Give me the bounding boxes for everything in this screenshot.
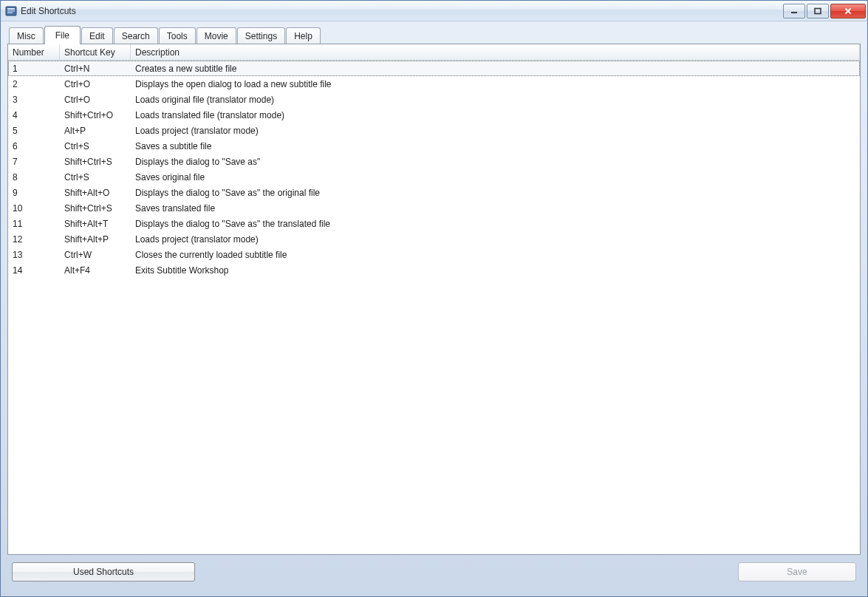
tab-label: Search (122, 31, 150, 41)
cell-shortcut: Alt+F4 (60, 265, 131, 276)
cell-shortcut: Ctrl+O (60, 95, 131, 105)
cell-description: Displays the dialog to "Save as" (131, 157, 860, 167)
tab-search[interactable]: Search (114, 27, 158, 44)
svg-rect-5 (815, 8, 821, 13)
shortcut-list-panel: Number Shortcut Key Description 1Ctrl+NC… (7, 44, 861, 555)
client-area: Misc File Edit Search Tools Movie Settin… (1, 21, 867, 596)
tab-file[interactable]: File (44, 26, 81, 44)
svg-rect-4 (791, 12, 797, 13)
column-header-shortcut[interactable]: Shortcut Key (60, 44, 131, 60)
cell-description: Saves a subtitle file (131, 141, 860, 151)
table-row[interactable]: 14Alt+F4Exits Subtitle Workshop (8, 262, 860, 278)
table-row[interactable]: 12Shift+Alt+PLoads project (translator m… (8, 231, 860, 247)
cell-shortcut: Ctrl+S (60, 141, 131, 151)
cell-number: 4 (8, 110, 60, 120)
cell-shortcut: Shift+Ctrl+S (60, 203, 131, 214)
svg-rect-3 (7, 12, 13, 13)
cell-description: Closes the currently loaded subtitle fil… (131, 250, 860, 260)
tab-label: Help (294, 31, 312, 41)
tab-label: Movie (205, 31, 228, 41)
tab-misc[interactable]: Misc (9, 27, 44, 44)
cell-shortcut: Ctrl+N (60, 64, 131, 74)
tab-tools[interactable]: Tools (159, 27, 196, 44)
button-bar: Used Shortcuts Save (7, 555, 861, 589)
cell-shortcut: Alt+P (60, 126, 131, 136)
minimize-button[interactable] (783, 4, 805, 18)
minimize-icon (790, 7, 799, 15)
tab-label: Edit (89, 31, 105, 41)
table-row[interactable]: 3Ctrl+OLoads original file (translator m… (8, 92, 860, 107)
table-row[interactable]: 8Ctrl+SSaves original file (8, 169, 860, 185)
table-row[interactable]: 4Shift+Ctrl+OLoads translated file (tran… (8, 107, 860, 123)
cell-shortcut: Shift+Alt+P (60, 234, 131, 245)
cell-shortcut: Ctrl+S (60, 172, 131, 182)
column-header-number[interactable]: Number (8, 44, 60, 60)
list-header: Number Shortcut Key Description (8, 44, 860, 61)
column-header-description[interactable]: Description (131, 44, 860, 60)
cell-shortcut: Ctrl+O (60, 79, 131, 89)
cell-number: 11 (8, 219, 60, 229)
cell-description: Loads project (translator mode) (131, 126, 860, 136)
table-row[interactable]: 5Alt+PLoads project (translator mode) (8, 123, 860, 138)
cell-description: Loads project (translator mode) (131, 234, 860, 245)
save-button[interactable]: Save (738, 562, 856, 581)
close-icon (844, 7, 852, 15)
tab-settings[interactable]: Settings (237, 27, 285, 44)
table-row[interactable]: 2Ctrl+ODisplays the open dialog to load … (8, 76, 860, 92)
table-row[interactable]: 10Shift+Ctrl+SSaves translated file (8, 200, 860, 216)
maximize-button[interactable] (807, 4, 829, 18)
cell-shortcut: Ctrl+W (60, 250, 131, 260)
table-row[interactable]: 11Shift+Alt+TDisplays the dialog to "Sav… (8, 216, 860, 231)
maximize-icon (813, 7, 822, 15)
window-title: Edit Shortcuts (21, 6, 76, 16)
tab-label: Tools (167, 31, 188, 41)
tab-label: File (55, 30, 69, 41)
cell-number: 3 (8, 95, 60, 105)
cell-number: 9 (8, 188, 60, 198)
tab-edit[interactable]: Edit (81, 27, 113, 44)
table-row[interactable]: 1Ctrl+NCreates a new subtitle file (8, 61, 860, 76)
cell-number: 7 (8, 157, 60, 167)
table-row[interactable]: 6Ctrl+SSaves a subtitle file (8, 138, 860, 154)
titlebar[interactable]: Edit Shortcuts (1, 1, 867, 21)
table-row[interactable]: 13Ctrl+WCloses the currently loaded subt… (8, 247, 860, 262)
window-controls (783, 4, 867, 18)
cell-description: Loads translated file (translator mode) (131, 110, 860, 120)
tab-label: Settings (245, 31, 277, 41)
cell-description: Exits Subtitle Workshop (131, 265, 860, 276)
svg-rect-2 (7, 10, 15, 12)
tab-movie[interactable]: Movie (197, 27, 236, 44)
cell-number: 13 (8, 250, 60, 260)
cell-description: Displays the dialog to "Save as" the tra… (131, 219, 860, 229)
list-body[interactable]: 1Ctrl+NCreates a new subtitle file2Ctrl+… (8, 61, 860, 554)
cell-description: Loads original file (translator mode) (131, 95, 860, 105)
cell-number: 8 (8, 172, 60, 182)
cell-number: 12 (8, 234, 60, 245)
cell-description: Displays the dialog to "Save as" the ori… (131, 188, 860, 198)
cell-description: Saves original file (131, 172, 860, 182)
tab-help[interactable]: Help (286, 27, 321, 44)
app-icon (5, 5, 17, 17)
cell-description: Displays the open dialog to load a new s… (131, 79, 860, 89)
cell-shortcut: Shift+Alt+O (60, 188, 131, 198)
cell-description: Creates a new subtitle file (131, 64, 860, 74)
tabstrip: Misc File Edit Search Tools Movie Settin… (7, 26, 861, 44)
cell-shortcut: Shift+Ctrl+S (60, 157, 131, 167)
table-row[interactable]: 9Shift+Alt+ODisplays the dialog to "Save… (8, 185, 860, 200)
used-shortcuts-button[interactable]: Used Shortcuts (12, 562, 195, 581)
cell-number: 10 (8, 203, 60, 214)
cell-shortcut: Shift+Alt+T (60, 219, 131, 229)
tab-label: Misc (17, 31, 35, 41)
cell-number: 1 (8, 64, 60, 74)
cell-number: 5 (8, 126, 60, 136)
close-button[interactable] (830, 4, 866, 18)
cell-number: 14 (8, 265, 60, 276)
cell-number: 2 (8, 79, 60, 89)
table-row[interactable]: 7Shift+Ctrl+SDisplays the dialog to "Sav… (8, 154, 860, 169)
cell-shortcut: Shift+Ctrl+O (60, 110, 131, 120)
cell-description: Saves translated file (131, 203, 860, 214)
svg-rect-1 (7, 8, 15, 10)
window-frame: Edit Shortcuts Misc File Edit Search Too… (0, 0, 868, 597)
cell-number: 6 (8, 141, 60, 151)
